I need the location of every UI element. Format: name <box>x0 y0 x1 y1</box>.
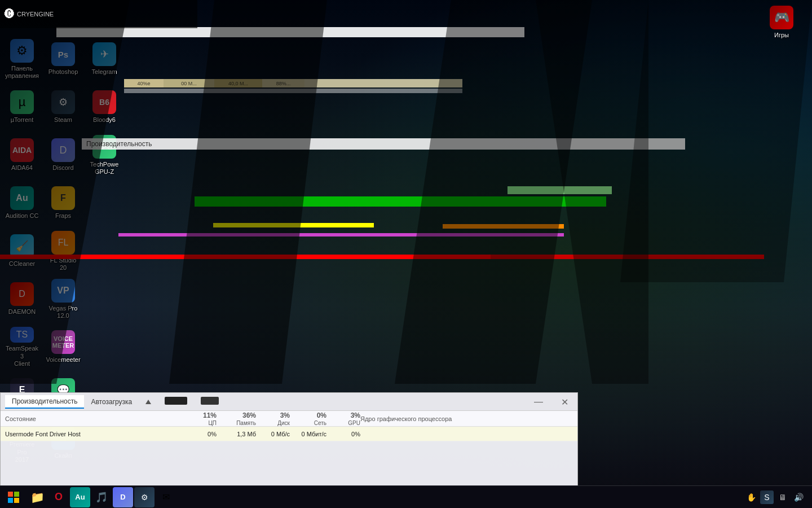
tm-col-disk: 3% Диск <box>256 411 290 426</box>
start-button[interactable] <box>2 487 25 508</box>
tm-tab-black2[interactable] <box>194 395 226 409</box>
games-icon[interactable]: 🎮 Игры <box>762 6 801 38</box>
tm-stats-header: Состояние 11% ЦП 36% Память 3% Диск 0% С… <box>1 411 577 427</box>
tm-process-disk: 0 Мб/с <box>256 431 290 437</box>
tm-process-cpu: 0% <box>183 431 217 437</box>
tm-col-memory: 36% Память <box>217 411 256 426</box>
tm-window-controls: — ✕ <box>526 393 577 411</box>
taskbar-pinned-icons: 📁 O Au 🎵 D ⚙ ✉ <box>25 487 178 507</box>
tm-minimize-button[interactable]: — <box>526 393 551 411</box>
taskbar-explorer-icon[interactable]: 📁 <box>27 487 47 507</box>
task-manager-panel: Производительность Автозагрузка — ✕ Сост… <box>0 392 578 485</box>
svg-rect-2 <box>8 498 13 503</box>
taskbar-steam-sys-icon[interactable]: S <box>760 491 774 504</box>
diagonal-bar-5 <box>620 0 812 282</box>
taskbar-monitor-sys-icon[interactable]: 🖥 <box>776 491 789 504</box>
svg-rect-0 <box>8 492 13 497</box>
tm-process-row[interactable]: Usermode Font Driver Host 0% 1,3 Мб 0 Мб… <box>1 427 577 441</box>
taskbar-discord-icon[interactable]: D <box>113 487 133 507</box>
open-window-cryengine: 🅒 CRYENGINE <box>0 6 58 23</box>
taskbar-speaker-icon[interactable]: 🔊 <box>792 491 805 504</box>
tm-process-network: 0 Мбит/с <box>290 431 326 437</box>
taskbar-mail-icon[interactable]: ✉ <box>156 487 176 507</box>
tm-col-network: 0% Сеть <box>290 411 326 426</box>
tm-process-name: Usermode Font Driver Host <box>5 431 183 437</box>
svg-rect-1 <box>14 492 19 497</box>
taskbar-steam-icon[interactable]: ⚙ <box>134 487 155 507</box>
tm-process-memory: 1,3 Мб <box>217 431 256 437</box>
task-manager-body: Состояние 11% ЦП 36% Память 3% Диск 0% С… <box>1 411 577 441</box>
taskbar-system-tray: ✋ S 🖥 🔊 <box>744 491 810 504</box>
tm-col-state: Состояние <box>5 415 183 422</box>
taskbar-hand-icon[interactable]: ✋ <box>744 491 758 504</box>
tm-col-gpu-engine: Ядро графического процессора <box>360 415 473 422</box>
tm-col-cpu: 11% ЦП <box>183 411 217 426</box>
tm-process-gpu: 0% <box>326 431 360 437</box>
taskbar-audition-icon[interactable]: Au <box>70 487 90 507</box>
svg-rect-3 <box>14 498 19 503</box>
games-label: Игры <box>774 32 789 38</box>
task-manager-titlebar: Производительность Автозагрузка — ✕ <box>1 393 577 411</box>
taskbar-opera-icon[interactable]: O <box>48 487 69 507</box>
desktop: 🅒 CRYENGINE 40%е 00 М... 40,0 М... 88%..… <box>0 0 812 508</box>
tm-col-gpu: 3% GPU <box>326 411 360 426</box>
taskbar: 📁 O Au 🎵 D ⚙ ✉ ✋ S 🖥 🔊 <box>0 485 812 508</box>
open-windows-bar: 🅒 CRYENGINE <box>0 0 197 28</box>
games-icon-img: 🎮 <box>770 6 793 29</box>
tm-tab-black1[interactable] <box>158 395 194 409</box>
tm-tab-autostart[interactable]: Автозагрузка <box>84 396 139 408</box>
tm-close-button[interactable]: ✕ <box>551 393 577 411</box>
tm-tab-performance[interactable]: Производительность <box>5 395 84 409</box>
tm-tab-arrow[interactable] <box>139 396 158 408</box>
taskbar-media-icon[interactable]: 🎵 <box>91 487 112 507</box>
